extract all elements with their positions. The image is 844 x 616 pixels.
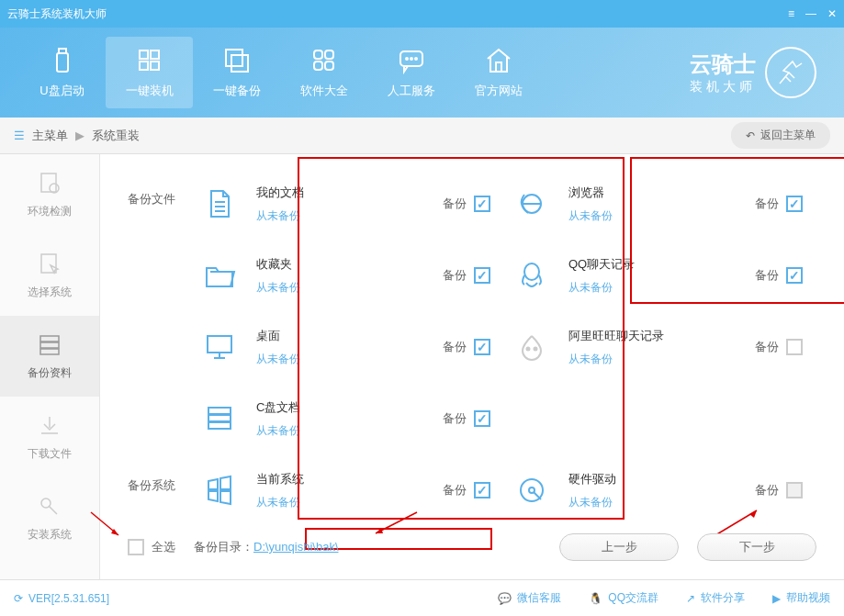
backup-checkbox[interactable]	[474, 482, 490, 498]
content-panel: 备份文件 我的文档从未备份 备份 收藏夹从未备份 备份 桌面从未备份	[100, 154, 844, 579]
document-icon	[203, 187, 236, 220]
drop-icon	[515, 330, 548, 364]
chevron-right-icon: ▶	[75, 129, 84, 142]
windows-icon	[135, 46, 164, 75]
title-bar: 云骑士系统装机大师 ≡ — ✕	[0, 0, 844, 28]
backup-checkbox[interactable]	[474, 339, 490, 355]
svg-point-35	[527, 348, 530, 351]
backup-path: 备份目录：D:\yunqishi\bak\	[194, 539, 339, 555]
windows-tiles-icon	[203, 474, 236, 507]
select-all[interactable]: 全选	[128, 539, 175, 555]
footer: ⟳ VER[2.5.31.651] 💬微信客服 🐧QQ交流群 ↗软件分享 ▶帮助…	[0, 579, 844, 616]
svg-point-15	[415, 58, 417, 60]
logo: 云骑士 装机大师	[690, 47, 816, 98]
cursor-doc-icon	[37, 252, 62, 277]
harddrive-icon	[515, 474, 548, 507]
svg-rect-27	[208, 336, 231, 353]
nav-support[interactable]: 人工服务	[367, 37, 455, 108]
back-button[interactable]: ↶ 返回主菜单	[731, 122, 830, 149]
svg-rect-3	[151, 50, 159, 59]
svg-point-13	[406, 58, 408, 60]
backup-checkbox[interactable]	[786, 339, 803, 355]
footer-help[interactable]: ▶帮助视频	[772, 590, 830, 606]
breadcrumb-main[interactable]: 主菜单	[32, 128, 68, 144]
ie-icon	[515, 187, 548, 220]
section-files-label: 备份文件	[128, 168, 192, 207]
nav-usb-boot[interactable]: U盘启动	[18, 37, 106, 108]
backup-item-desktop: 桌面从未备份 备份	[192, 311, 500, 383]
usb-icon	[48, 46, 77, 75]
nav-software-store[interactable]: 软件大全	[280, 37, 367, 108]
close-icon[interactable]: ✕	[827, 7, 837, 20]
footer-share[interactable]: ↗软件分享	[686, 590, 745, 606]
svg-rect-4	[140, 62, 148, 70]
svg-point-36	[535, 348, 537, 351]
apps-icon	[309, 46, 339, 75]
next-button[interactable]: 下一步	[697, 533, 816, 561]
sidebar-install[interactable]: 安装系统	[0, 477, 99, 558]
svg-rect-22	[40, 349, 59, 354]
gear-doc-icon	[37, 171, 62, 196]
desktop-icon	[203, 330, 236, 364]
wechat-icon: 💬	[498, 592, 512, 605]
backup-item-cdrive: C盘文档从未备份 备份	[192, 383, 500, 454]
svg-rect-11	[325, 62, 333, 70]
minimize-icon[interactable]: —	[805, 7, 816, 20]
app-title: 云骑士系统装机大师	[7, 6, 107, 22]
select-all-checkbox[interactable]	[128, 539, 144, 555]
menu-icon[interactable]: ≡	[788, 7, 794, 20]
sidebar-download[interactable]: 下载文件	[0, 397, 99, 477]
breadcrumb-bar: ☰ 主菜单 ▶ 系统重装 ↶ 返回主菜单	[0, 118, 844, 154]
version-info[interactable]: ⟳ VER[2.5.31.651]	[14, 592, 109, 605]
svg-rect-6	[226, 50, 242, 66]
backup-item-favorites: 收藏夹从未备份 备份	[192, 240, 500, 311]
footer-qq[interactable]: 🐧QQ交流群	[589, 590, 658, 606]
prev-button[interactable]: 上一步	[559, 533, 679, 561]
refresh-icon: ⟳	[14, 592, 23, 605]
backup-checkbox[interactable]	[786, 267, 803, 284]
nav-one-click-install[interactable]: 一键装机	[106, 37, 193, 108]
nav-official-site[interactable]: 官方网站	[455, 37, 542, 108]
nav-one-click-backup[interactable]: 一键备份	[193, 37, 280, 108]
svg-point-14	[411, 58, 412, 60]
backup-item-aliwangwang: 阿里旺旺聊天记录从未备份 备份	[504, 311, 812, 383]
svg-rect-32	[208, 422, 231, 429]
sidebar: 环境检测 选择系统 备份资料 下载文件 安装系统	[0, 154, 100, 579]
qq-small-icon: 🐧	[589, 592, 602, 605]
backup-item-drivers: 硬件驱动从未备份 备份	[504, 454, 812, 526]
sidebar-backup-data[interactable]: 备份资料	[0, 316, 99, 397]
backup-checkbox[interactable]	[786, 482, 803, 498]
section-system-label: 备份系统	[128, 454, 192, 494]
backup-item-browser: 浏览器从未备份 备份	[504, 168, 812, 240]
backup-icon	[222, 46, 252, 75]
server-icon	[203, 402, 236, 435]
backup-checkbox[interactable]	[474, 196, 490, 212]
backup-item-qq: QQ聊天记录从未备份 备份	[504, 240, 812, 311]
svg-rect-1	[59, 49, 66, 53]
folder-icon	[203, 259, 236, 292]
share-icon: ↗	[686, 592, 695, 605]
backup-checkbox[interactable]	[474, 267, 490, 284]
video-icon: ▶	[772, 592, 781, 605]
sidebar-select-system[interactable]: 选择系统	[0, 235, 99, 316]
qq-icon	[515, 259, 548, 292]
svg-rect-17	[41, 174, 56, 192]
svg-rect-19	[41, 254, 56, 273]
backup-checkbox[interactable]	[786, 196, 803, 212]
sidebar-env-check[interactable]: 环境检测	[0, 154, 99, 235]
svg-rect-2	[140, 50, 148, 59]
header-nav: U盘启动 一键装机 一键备份 软件大全 人工服务 官方网站 云骑士 装机大师	[0, 28, 844, 118]
backup-item-documents: 我的文档从未备份 备份	[192, 168, 500, 240]
svg-rect-21	[40, 342, 59, 348]
undo-icon: ↶	[746, 129, 755, 142]
backup-checkbox[interactable]	[474, 410, 490, 427]
breadcrumb-current: 系统重装	[92, 128, 140, 144]
footer-wechat[interactable]: 💬微信客服	[498, 590, 561, 606]
svg-rect-30	[208, 408, 231, 414]
path-link[interactable]: D:\yunqishi\bak\	[253, 540, 339, 554]
svg-rect-20	[40, 336, 59, 342]
knight-icon	[765, 47, 816, 98]
backup-item-current-system: 当前系统从未备份 备份	[192, 454, 500, 526]
home-icon	[484, 46, 513, 75]
list-icon: ☰	[14, 129, 25, 142]
